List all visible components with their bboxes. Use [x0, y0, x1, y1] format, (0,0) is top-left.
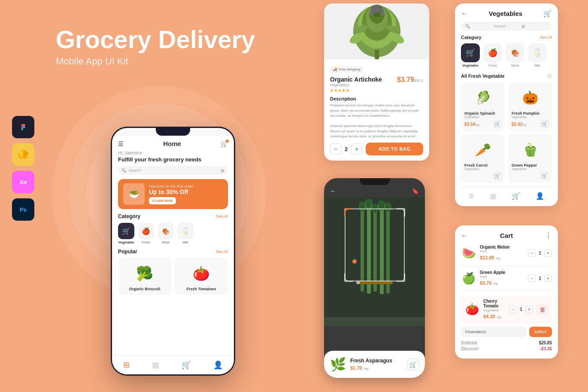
menu-icon[interactable]: ☰ — [118, 140, 124, 147]
cart-title: Cart — [468, 232, 545, 239]
svg-point-16 — [379, 8, 385, 16]
veg-cart-icon[interactable]: 🛒 — [543, 9, 552, 18]
category-fruits[interactable]: 🍎 Fruits — [138, 223, 154, 244]
apple-qty-increase[interactable]: + — [544, 274, 552, 282]
discount-label: Discount: — [461, 346, 479, 351]
melon-qty-increase[interactable]: + — [544, 249, 552, 257]
nav-cart-icon[interactable]: 🛒 — [182, 360, 191, 370]
veg-nav-cart-icon[interactable]: 🛒 — [512, 192, 520, 200]
pumpkin-image: 🎃 — [512, 86, 549, 109]
coupon-input[interactable] — [461, 327, 527, 337]
apply-coupon-button[interactable]: APPLY — [529, 327, 552, 337]
melon-qty-ctrl: − 1 + — [528, 249, 552, 257]
cart-more-icon[interactable]: ⋮ — [545, 231, 552, 240]
nav-scan-icon[interactable]: ▦ — [152, 360, 159, 370]
scanner-image — [324, 197, 425, 326]
veg-search-bar[interactable]: 🔍 Search ▦ — [461, 22, 552, 30]
veg-cat-fruits[interactable]: 🍎 Fruits — [483, 43, 502, 67]
search-bar[interactable]: 🔍 Search ▦ — [118, 166, 228, 175]
sketch-icon[interactable] — [12, 143, 34, 166]
popular-item-tomatoes[interactable]: 🍅 Fresh Tomatoes — [175, 258, 228, 295]
scanner-back-icon[interactable]: ← — [330, 188, 336, 194]
veg-cat-milk-icon: 🥛 — [528, 43, 547, 62]
category-meat[interactable]: 🍖 Meat — [158, 223, 174, 244]
spinach-add-cart-icon[interactable]: 🛒 — [494, 120, 501, 128]
phone-screen: ☰ Home 🛒 Hi, Valentino Fulfill your fres… — [112, 136, 234, 355]
veg-item-carrot[interactable]: 🥕 Fresh Carrot Vegetables 🛒 — [461, 134, 505, 183]
scanner-product-card: 🌿 Fresh Asparagus $1.70 /kg 🛒 — [324, 351, 425, 378]
cart-icon[interactable]: 🛒 — [221, 140, 228, 147]
melon-price-area: $12.80 /kg — [480, 253, 524, 261]
category-section-header: Category See All — [118, 213, 228, 219]
grid-view-icon[interactable]: ⊞ — [547, 73, 552, 79]
category-milk[interactable]: 🥛 Milk — [177, 223, 194, 244]
ps-icon[interactable]: Ps — [12, 198, 34, 221]
pepper-add-cart-icon[interactable]: 🛒 — [541, 172, 549, 179]
pumpkin-price: $2.42 — [512, 122, 522, 127]
popular-see-all[interactable]: See All — [216, 249, 228, 254]
tomato-delete-button[interactable]: 🗑 — [536, 304, 549, 316]
tomato-info: Cherry Tomato Vegetable $4.30 /kg — [483, 299, 506, 320]
veg-back-icon[interactable]: ← — [461, 10, 468, 18]
veg-nav-profile-icon[interactable]: 👤 — [536, 192, 544, 200]
nav-profile-icon[interactable]: 👤 — [213, 360, 223, 370]
melon-image: 🍉 — [461, 245, 476, 261]
phone-notch — [156, 128, 190, 136]
tools-sidebar: Xd Ps — [12, 116, 34, 221]
popular-item-broccoli[interactable]: 🥦 Organic Broccoli — [118, 258, 171, 295]
apple-qty-ctrl: − 1 + — [528, 274, 552, 282]
veg-see-all[interactable]: See All — [540, 35, 552, 40]
pepper-name: Green Pepper — [512, 163, 549, 167]
spinach-price: $3.54 — [464, 122, 475, 127]
tomato-name: Cherry Tomato — [483, 299, 506, 308]
shipping-label: Free Shipping — [339, 67, 361, 71]
cart-item-tomato: 🍅 Cherry Tomato Vegetable $4.30 /kg − 1 … — [461, 295, 552, 323]
milk-icon: 🥛 — [177, 223, 194, 239]
veg-header: ← Vegetables 🛒 — [461, 9, 552, 18]
category-see-all[interactable]: See All — [216, 214, 228, 219]
scanner-bookmark-icon[interactable]: 🔖 — [412, 188, 419, 194]
tomato-qty-increase[interactable]: + — [525, 306, 533, 313]
veg-item-spinach[interactable]: 🥬 Organic Spinach Vegetables $3.54/kg 🛒 — [461, 82, 505, 131]
fresh-title: All Fresh Vegetable — [461, 73, 504, 79]
qty-increase-button[interactable]: + — [351, 143, 362, 155]
claim-now-button[interactable]: CLAIM NOW — [149, 197, 176, 204]
category-vegetable[interactable]: 🛒 Vegetable — [118, 223, 134, 244]
promo-banner[interactable]: 🥗 Discount on the first order Up to 30% … — [118, 179, 228, 209]
cart-screen: ← Cart ⋮ 🍉 Organic Melon Fruit $12.80 /k… — [455, 225, 558, 359]
veg-nav-home-icon[interactable]: ⊞ — [469, 192, 474, 200]
product-image — [324, 3, 429, 59]
veg-cat-milk[interactable]: 🥛 Milk — [528, 43, 547, 67]
pumpkin-add-cart-icon[interactable]: 🛒 — [541, 120, 549, 128]
spinach-price-area: $3.54/kg — [464, 120, 479, 128]
apple-qty-decrease[interactable]: − — [528, 274, 536, 282]
cart-back-icon[interactable]: ← — [461, 232, 468, 240]
tomato-qty-decrease[interactable]: − — [509, 306, 517, 313]
veg-item-pumpkin[interactable]: 🎃 Fresh Pumpkin Vegetables $2.42/kg 🛒 — [508, 82, 552, 131]
qty-decrease-button[interactable]: − — [330, 143, 341, 155]
scanner-add-cart-button[interactable]: 🛒 — [407, 359, 419, 371]
apple-name: Green Apple — [480, 270, 524, 275]
tomato-qty: 1 — [518, 307, 524, 312]
veg-item-pepper[interactable]: 🫑 Green Pepper Vegetables 🛒 — [508, 134, 552, 183]
apple-info: Green Apple Fruit $3.75 /kg — [480, 270, 524, 286]
carrot-name: Fresh Carrot — [464, 163, 501, 167]
veg-nav-scan-icon[interactable]: ▦ — [490, 192, 496, 200]
fruits-label: Fruits — [142, 240, 150, 244]
add-to-bag-button[interactable]: ADD TO BAG — [366, 143, 423, 155]
quantity-row: − 2 + ADD TO BAG — [330, 143, 423, 155]
veg-cat-vegetable[interactable]: 🛒 Vegetable — [461, 43, 480, 67]
popular-title: Popular — [118, 249, 137, 255]
spinach-image: 🥬 — [464, 86, 501, 109]
melon-qty-decrease[interactable]: − — [528, 249, 536, 257]
greeting-small: Hi, Valentino — [118, 151, 228, 155]
figma-icon[interactable] — [12, 116, 34, 138]
xd-icon[interactable]: Xd — [12, 171, 34, 193]
phone-header: ☰ Home 🛒 — [118, 140, 228, 147]
scanner-product-image: 🌿 — [330, 357, 346, 372]
veg-cat-veg-icon: 🛒 — [461, 43, 480, 62]
carrot-add-cart-icon[interactable]: 🛒 — [494, 172, 501, 179]
veg-search-placeholder: Search — [494, 24, 520, 28]
veg-cat-meat[interactable]: 🍖 Meat — [506, 43, 524, 67]
nav-home-icon[interactable]: ⊞ — [123, 360, 130, 370]
